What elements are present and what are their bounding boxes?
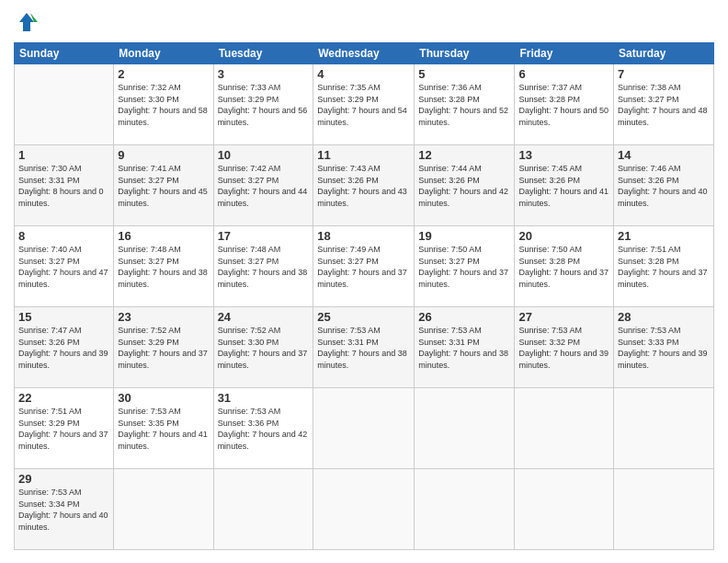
day-number: 20 [518,229,609,243]
day-info: Sunrise: 7:41 AM Sunset: 3:27 PM Dayligh… [118,163,209,209]
day-info: Sunrise: 7:36 AM Sunset: 3:28 PM Dayligh… [418,82,510,128]
calendar-cell [313,388,415,469]
calendar-cell: 10Sunrise: 7:42 AM Sunset: 3:27 PM Dayli… [213,145,313,226]
calendar-cell: 11Sunrise: 7:43 AM Sunset: 3:26 PM Dayli… [313,145,415,226]
day-info: Sunrise: 7:53 AM Sunset: 3:35 PM Dayligh… [118,406,209,452]
day-info: Sunrise: 7:30 AM Sunset: 3:31 PM Dayligh… [18,163,109,209]
calendar-cell: 21Sunrise: 7:51 AM Sunset: 3:28 PM Dayli… [614,226,714,307]
day-number: 25 [317,310,410,324]
calendar-header-friday: Friday [515,43,614,64]
calendar-cell: 14Sunrise: 7:46 AM Sunset: 3:26 PM Dayli… [614,145,714,226]
day-info: Sunrise: 7:40 AM Sunset: 3:27 PM Dayligh… [18,244,109,290]
calendar-cell: 17Sunrise: 7:48 AM Sunset: 3:27 PM Dayli… [213,226,313,307]
calendar-cell: 1Sunrise: 7:30 AM Sunset: 3:31 PM Daylig… [15,145,114,226]
day-number: 5 [418,67,510,81]
day-info: Sunrise: 7:51 AM Sunset: 3:29 PM Dayligh… [18,406,109,452]
calendar-cell: 5Sunrise: 7:36 AM Sunset: 3:28 PM Daylig… [415,64,515,145]
day-number: 21 [618,229,710,243]
calendar-cell: 13Sunrise: 7:45 AM Sunset: 3:26 PM Dayli… [515,145,614,226]
day-info: Sunrise: 7:53 AM Sunset: 3:36 PM Dayligh… [218,406,310,452]
calendar-cell [415,388,515,469]
calendar-header-wednesday: Wednesday [313,43,415,64]
day-info: Sunrise: 7:43 AM Sunset: 3:26 PM Dayligh… [317,163,410,209]
day-info: Sunrise: 7:53 AM Sunset: 3:31 PM Dayligh… [418,325,510,371]
day-number: 19 [418,229,510,243]
calendar-cell: 20Sunrise: 7:50 AM Sunset: 3:28 PM Dayli… [515,226,614,307]
calendar-week-row: 15Sunrise: 7:47 AM Sunset: 3:26 PM Dayli… [15,307,714,388]
calendar-week-row: 8Sunrise: 7:40 AM Sunset: 3:27 PM Daylig… [15,226,714,307]
calendar-cell [515,469,614,550]
logo-icon [14,9,40,35]
day-info: Sunrise: 7:53 AM Sunset: 3:32 PM Dayligh… [518,325,609,371]
day-info: Sunrise: 7:50 AM Sunset: 3:28 PM Dayligh… [518,244,609,290]
calendar-cell: 31Sunrise: 7:53 AM Sunset: 3:36 PM Dayli… [213,388,313,469]
calendar-cell [515,388,614,469]
day-number: 3 [218,67,310,81]
calendar-header-saturday: Saturday [614,43,714,64]
calendar-header-sunday: Sunday [15,43,114,64]
calendar-cell: 9Sunrise: 7:41 AM Sunset: 3:27 PM Daylig… [114,145,213,226]
calendar-cell [213,469,313,550]
day-info: Sunrise: 7:37 AM Sunset: 3:28 PM Dayligh… [518,82,609,128]
day-number: 9 [118,148,209,162]
calendar-cell: 16Sunrise: 7:48 AM Sunset: 3:27 PM Dayli… [114,226,213,307]
day-info: Sunrise: 7:33 AM Sunset: 3:29 PM Dayligh… [218,82,310,128]
day-number: 8 [18,229,109,243]
calendar-cell: 24Sunrise: 7:52 AM Sunset: 3:30 PM Dayli… [213,307,313,388]
calendar-header-row: SundayMondayTuesdayWednesdayThursdayFrid… [15,43,714,64]
calendar-cell: 22Sunrise: 7:51 AM Sunset: 3:29 PM Dayli… [15,388,114,469]
calendar-cell [614,388,714,469]
day-info: Sunrise: 7:49 AM Sunset: 3:27 PM Dayligh… [317,244,410,290]
day-info: Sunrise: 7:44 AM Sunset: 3:26 PM Dayligh… [418,163,510,209]
calendar-cell: 25Sunrise: 7:53 AM Sunset: 3:31 PM Dayli… [313,307,415,388]
calendar-cell: 12Sunrise: 7:44 AM Sunset: 3:26 PM Dayli… [415,145,515,226]
calendar-cell: 3Sunrise: 7:33 AM Sunset: 3:29 PM Daylig… [213,64,313,145]
day-info: Sunrise: 7:48 AM Sunset: 3:27 PM Dayligh… [118,244,209,290]
day-number: 24 [218,310,310,324]
day-info: Sunrise: 7:52 AM Sunset: 3:30 PM Dayligh… [218,325,310,371]
day-number: 2 [118,67,209,81]
calendar-cell [415,469,515,550]
calendar-cell: 8Sunrise: 7:40 AM Sunset: 3:27 PM Daylig… [15,226,114,307]
day-number: 14 [618,148,710,162]
day-info: Sunrise: 7:53 AM Sunset: 3:34 PM Dayligh… [18,487,109,533]
day-info: Sunrise: 7:35 AM Sunset: 3:29 PM Dayligh… [317,82,410,128]
calendar-cell: 7Sunrise: 7:38 AM Sunset: 3:27 PM Daylig… [614,64,714,145]
calendar-cell: 18Sunrise: 7:49 AM Sunset: 3:27 PM Dayli… [313,226,415,307]
calendar-cell: 4Sunrise: 7:35 AM Sunset: 3:29 PM Daylig… [313,64,415,145]
calendar-cell [313,469,415,550]
day-number: 16 [118,229,209,243]
day-info: Sunrise: 7:38 AM Sunset: 3:27 PM Dayligh… [618,82,710,128]
day-number: 6 [518,67,609,81]
day-number: 15 [18,310,109,324]
calendar-cell: 26Sunrise: 7:53 AM Sunset: 3:31 PM Dayli… [415,307,515,388]
calendar-cell: 30Sunrise: 7:53 AM Sunset: 3:35 PM Dayli… [114,388,213,469]
calendar-header-monday: Monday [114,43,213,64]
logo [14,9,43,35]
calendar-cell: 19Sunrise: 7:50 AM Sunset: 3:27 PM Dayli… [415,226,515,307]
day-info: Sunrise: 7:50 AM Sunset: 3:27 PM Dayligh… [418,244,510,290]
day-number: 26 [418,310,510,324]
day-number: 13 [518,148,609,162]
calendar-cell: 23Sunrise: 7:52 AM Sunset: 3:29 PM Dayli… [114,307,213,388]
day-info: Sunrise: 7:32 AM Sunset: 3:30 PM Dayligh… [118,82,209,128]
calendar-week-row: 1Sunrise: 7:30 AM Sunset: 3:31 PM Daylig… [15,145,714,226]
calendar-table: SundayMondayTuesdayWednesdayThursdayFrid… [14,42,714,550]
calendar-page: SundayMondayTuesdayWednesdayThursdayFrid… [0,0,728,563]
calendar-cell: 6Sunrise: 7:37 AM Sunset: 3:28 PM Daylig… [515,64,614,145]
day-info: Sunrise: 7:52 AM Sunset: 3:29 PM Dayligh… [118,325,209,371]
calendar-cell: 29Sunrise: 7:53 AM Sunset: 3:34 PM Dayli… [15,469,114,550]
day-number: 29 [18,472,109,486]
day-number: 31 [218,391,310,405]
day-number: 30 [118,391,209,405]
calendar-week-row: 22Sunrise: 7:51 AM Sunset: 3:29 PM Dayli… [15,388,714,469]
day-info: Sunrise: 7:48 AM Sunset: 3:27 PM Dayligh… [218,244,310,290]
day-info: Sunrise: 7:53 AM Sunset: 3:31 PM Dayligh… [317,325,410,371]
day-number: 1 [18,148,109,162]
day-info: Sunrise: 7:53 AM Sunset: 3:33 PM Dayligh… [618,325,710,371]
day-number: 17 [218,229,310,243]
day-info: Sunrise: 7:51 AM Sunset: 3:28 PM Dayligh… [618,244,710,290]
calendar-cell: 2Sunrise: 7:32 AM Sunset: 3:30 PM Daylig… [114,64,213,145]
calendar-cell [114,469,213,550]
day-number: 28 [618,310,710,324]
